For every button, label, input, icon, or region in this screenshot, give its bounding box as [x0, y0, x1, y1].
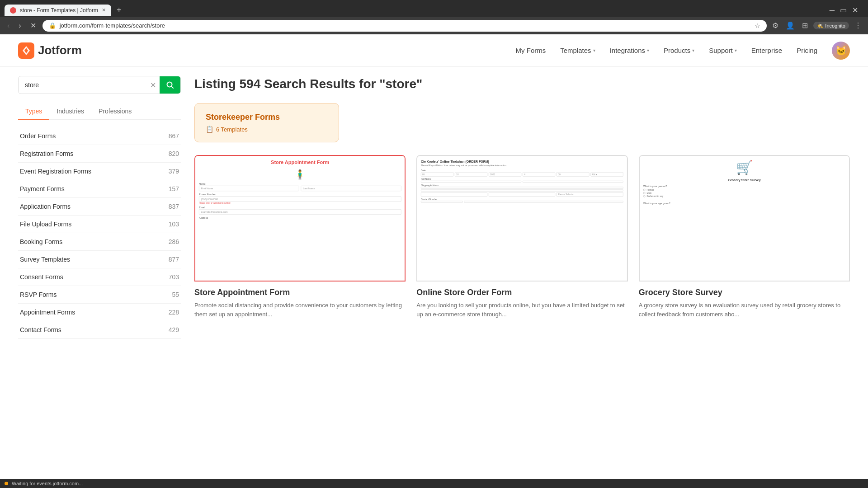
search-button[interactable] [160, 76, 180, 94]
category-item[interactable]: Booking Forms 286 [18, 233, 181, 251]
svg-line-2 [171, 86, 173, 88]
form-card-grocery-store-survey[interactable]: 🛒 Grocery Store Survey What is your gend… [639, 155, 850, 319]
form-preview-grocery-store-survey: 🛒 Grocery Store Survey What is your gend… [639, 155, 850, 282]
content-area: Listing 594 Search Results for "store" S… [194, 76, 850, 339]
address-bar[interactable]: 🔒 jotform.com/form-templates/search/stor… [42, 20, 767, 32]
nav-products[interactable]: Products ▾ [664, 47, 694, 54]
category-count: 103 [169, 221, 179, 228]
tab-types[interactable]: Types [18, 103, 49, 120]
user-avatar[interactable]: 🐱 [832, 42, 850, 60]
category-count: 429 [169, 326, 179, 333]
templates-chevron: ▾ [593, 48, 595, 53]
form-preview-online-store-order: Cie Kooletz' Online Tindahan (ORDER FORM… [416, 155, 627, 282]
category-name: RSVP Forms [20, 291, 57, 298]
back-button[interactable]: ‹ [5, 20, 12, 32]
star-icon[interactable]: ☆ [755, 22, 760, 29]
tab-industries[interactable]: Industries [49, 103, 91, 120]
form-preview-store-appointment: Store Appointment Form 🧍‍♂️ Name First N… [194, 155, 406, 282]
category-name: Registration Forms [20, 150, 73, 157]
category-item[interactable]: Order Forms 867 [18, 127, 181, 145]
search-clear-button[interactable]: ✕ [146, 77, 160, 93]
nav-support[interactable]: Support ▾ [709, 47, 737, 54]
category-name: Consent Forms [20, 273, 63, 281]
category-name: Payment Forms [20, 185, 65, 192]
form-card-store-appointment[interactable]: Store Appointment Form 🧍‍♂️ Name First N… [194, 155, 406, 319]
logo-text: Jotform [38, 43, 82, 57]
split-screen-button[interactable]: ⊞ [800, 19, 810, 32]
category-count: 877 [169, 256, 179, 263]
nav-enterprise[interactable]: Enterprise [751, 47, 782, 54]
tab-professions[interactable]: Professions [91, 103, 139, 120]
sidebar: ✕ Types Industries Professions [18, 76, 181, 339]
search-box: ✕ [18, 76, 181, 94]
incognito-icon: 🕵 [817, 23, 823, 28]
incognito-label: Incognito [825, 23, 845, 28]
category-count: 837 [169, 203, 179, 210]
featured-templates-count: 6 Templates [216, 126, 248, 133]
browser-toolbar: ‹ › ✕ 🔒 jotform.com/form-templates/searc… [0, 17, 868, 34]
category-item[interactable]: RSVP Forms 55 [18, 286, 181, 304]
category-count: 867 [169, 132, 179, 140]
close-tab-button[interactable]: ✕ [102, 7, 106, 13]
category-count: 157 [169, 185, 179, 192]
nav-pricing[interactable]: Pricing [797, 47, 817, 54]
nav-my-forms[interactable]: My Forms [516, 47, 546, 54]
close-window-button[interactable]: ✕ [852, 6, 858, 14]
favicon [10, 7, 16, 14]
profile-button[interactable]: 👤 [784, 19, 797, 32]
form-card-desc-store-appointment: Promote social distancing and provide co… [194, 301, 406, 319]
category-item[interactable]: Survey Templates 877 [18, 251, 181, 268]
category-name: Appointment Forms [20, 309, 75, 316]
extensions-button[interactable]: ⚙ [770, 19, 780, 32]
main-content: ✕ Types Industries Professions [0, 67, 868, 348]
search-icon [166, 81, 174, 89]
category-item[interactable]: File Upload Forms 103 [18, 216, 181, 233]
form-card-desc-grocery-store-survey: A grocery store survey is an evaluation … [639, 301, 850, 319]
tab-title: store - Form Templates | Jotform [20, 7, 98, 14]
category-item[interactable]: Contact Forms 429 [18, 321, 181, 339]
category-name: Application Forms [20, 203, 71, 210]
form-card-online-store-order[interactable]: Cie Kooletz' Online Tindahan (ORDER FORM… [416, 155, 627, 319]
category-item[interactable]: Registration Forms 820 [18, 145, 181, 163]
category-count: 703 [169, 273, 179, 281]
nav-templates[interactable]: Templates ▾ [560, 47, 595, 54]
sidebar-tabs: Types Industries Professions [18, 103, 181, 120]
category-item[interactable]: Payment Forms 157 [18, 180, 181, 198]
category-name: File Upload Forms [20, 221, 71, 228]
navbar: Jotform My Forms Templates ▾ Integration… [0, 34, 868, 67]
reload-button[interactable]: ✕ [28, 19, 39, 32]
featured-card-title: Storekeeper Forms [206, 113, 328, 122]
support-chevron: ▾ [735, 48, 737, 53]
forward-button[interactable]: › [16, 20, 24, 32]
category-count: 820 [169, 150, 179, 157]
logo-icon [18, 42, 34, 59]
category-count: 286 [169, 238, 179, 245]
search-input[interactable] [19, 77, 146, 93]
forms-grid: Store Appointment Form 🧍‍♂️ Name First N… [194, 155, 850, 319]
new-tab-button[interactable]: + [113, 4, 125, 17]
category-item[interactable]: Event Registration Forms 379 [18, 163, 181, 180]
results-heading: Listing 594 Search Results for "store" [194, 76, 850, 92]
category-name: Order Forms [20, 132, 56, 140]
category-list: Order Forms 867 Registration Forms 820 E… [18, 127, 181, 339]
maximize-button[interactable]: ▭ [840, 6, 847, 14]
form-card-title-store-appointment: Store Appointment Form [194, 288, 406, 297]
active-tab[interactable]: store - Form Templates | Jotform ✕ [5, 5, 111, 16]
url-text: jotform.com/form-templates/search/store [60, 22, 751, 29]
category-name: Event Registration Forms [20, 168, 91, 175]
category-item[interactable]: Consent Forms 703 [18, 268, 181, 286]
tab-bar: store - Form Templates | Jotform ✕ + ─ ▭… [0, 0, 868, 17]
template-icon: 📋 [206, 126, 213, 133]
featured-card[interactable]: Storekeeper Forms 📋 6 Templates [194, 103, 339, 142]
lock-icon: 🔒 [49, 22, 56, 29]
form-card-title-grocery-store-survey: Grocery Store Survey [639, 288, 850, 297]
minimize-button[interactable]: ─ [830, 6, 835, 14]
category-item[interactable]: Appointment Forms 228 [18, 304, 181, 321]
incognito-indicator: 🕵 Incognito [813, 22, 849, 29]
nav-integrations[interactable]: Integrations ▾ [610, 47, 649, 54]
category-name: Contact Forms [20, 326, 61, 333]
menu-button[interactable]: ⋮ [853, 19, 863, 32]
category-name: Booking Forms [20, 238, 62, 245]
category-item[interactable]: Application Forms 837 [18, 198, 181, 216]
logo[interactable]: Jotform [18, 42, 82, 59]
